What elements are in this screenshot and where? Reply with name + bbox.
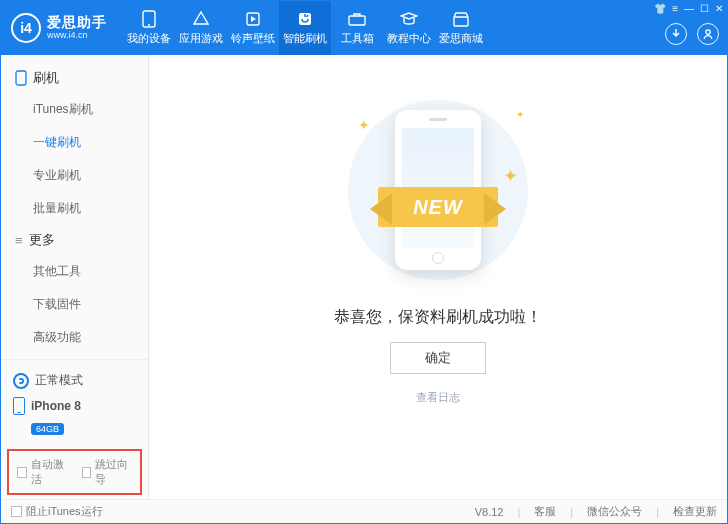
check-label: 自动激活: [31, 457, 68, 487]
device-icon: [140, 10, 158, 28]
menu-icon[interactable]: ≡: [672, 3, 678, 14]
statusbar: 阻止iTunes运行 V8.12 | 客服 | 微信公众号 | 检查更新: [1, 499, 727, 523]
check-skip-guide[interactable]: 跳过向导: [82, 457, 133, 487]
group-title: 刷机: [33, 69, 59, 87]
sidebar: 刷机 iTunes刷机 一键刷机 专业刷机 批量刷机 ≡ 更多 其他工具 下载固…: [1, 55, 149, 499]
main-content: ✦ ✦ ✦ NEW 恭喜您，保资料刷机成功啦！ 确定 查看日志: [149, 55, 727, 499]
sidebar-group-flash[interactable]: 刷机: [1, 63, 148, 93]
sparkle-icon: ✦: [358, 117, 370, 133]
toolbox-icon: [348, 10, 366, 28]
nav-flash[interactable]: 智能刷机: [279, 1, 331, 55]
tshirt-icon[interactable]: 👕: [654, 3, 666, 14]
footer-link-wechat[interactable]: 微信公众号: [587, 504, 642, 519]
phone-icon: [15, 70, 27, 86]
ok-button[interactable]: 确定: [390, 342, 486, 374]
sidebar-item-itunes-flash[interactable]: iTunes刷机: [33, 93, 148, 126]
mode-row[interactable]: 正常模式: [11, 368, 138, 393]
ribbon-text: NEW: [378, 187, 498, 227]
checkbox-icon: [17, 467, 27, 478]
group-title: 更多: [29, 231, 55, 249]
tutorial-icon: [400, 10, 418, 28]
storage-badge: 64GB: [31, 423, 64, 435]
footer-link-support[interactable]: 客服: [534, 504, 556, 519]
checkbox-icon: [82, 467, 92, 478]
flash-icon: [296, 10, 314, 28]
check-label: 跳过向导: [95, 457, 132, 487]
svg-rect-4: [349, 16, 365, 25]
sidebar-item-batch-flash[interactable]: 批量刷机: [33, 192, 148, 225]
footer-link-update[interactable]: 检查更新: [673, 504, 717, 519]
sidebar-item-pro-flash[interactable]: 专业刷机: [33, 159, 148, 192]
check-auto-activate[interactable]: 自动激活: [17, 457, 68, 487]
nav-ringtone[interactable]: 铃声壁纸: [227, 1, 279, 55]
store-icon: [452, 10, 470, 28]
sidebar-item-advanced[interactable]: 高级功能: [33, 321, 148, 354]
nav-toolbox[interactable]: 工具箱: [331, 1, 383, 55]
logo-mark: i4: [11, 13, 41, 43]
titlebar: i4 爱思助手 www.i4.cn 我的设备 应用游戏 铃声壁纸 智能刷机: [1, 1, 727, 55]
nav-my-device[interactable]: 我的设备: [123, 1, 175, 55]
device-storage-row: 64GB: [11, 421, 138, 435]
maximize-icon[interactable]: ☐: [700, 3, 709, 14]
nav-tutorial[interactable]: 教程中心: [383, 1, 435, 55]
mode-icon: [13, 373, 29, 389]
nav-store[interactable]: 爱思商城: [435, 1, 487, 55]
download-button[interactable]: [665, 23, 687, 45]
mode-label: 正常模式: [35, 372, 83, 389]
window-controls: 👕 ≡ — ☐ ✕: [654, 3, 723, 14]
top-nav: 我的设备 应用游戏 铃声壁纸 智能刷机 工具箱 教程中心: [123, 1, 487, 55]
user-button[interactable]: [697, 23, 719, 45]
success-illustration: ✦ ✦ ✦ NEW: [328, 95, 548, 285]
checkbox-icon: [11, 506, 22, 517]
sparkle-icon: ✦: [503, 165, 518, 187]
version-label: V8.12: [475, 506, 504, 518]
check-label: 阻止iTunes运行: [26, 504, 103, 519]
nav-label: 爱思商城: [439, 31, 483, 46]
apps-icon: [192, 10, 210, 28]
sidebar-item-other-tools[interactable]: 其他工具: [33, 255, 148, 288]
device-name: iPhone 8: [31, 399, 81, 413]
sparkle-icon: ✦: [516, 109, 524, 120]
minimize-icon[interactable]: —: [684, 3, 694, 14]
separator: |: [517, 506, 520, 518]
nav-label: 应用游戏: [179, 31, 223, 46]
success-message: 恭喜您，保资料刷机成功啦！: [334, 307, 542, 328]
separator: |: [656, 506, 659, 518]
device-row[interactable]: iPhone 8: [11, 393, 138, 419]
svg-point-6: [706, 30, 710, 34]
svg-rect-5: [454, 17, 468, 26]
check-block-itunes[interactable]: 阻止iTunes运行: [11, 504, 103, 519]
highlighted-checks: 自动激活 跳过向导: [7, 449, 142, 495]
svg-rect-7: [16, 71, 26, 85]
logo-cn: 爱思助手: [47, 15, 107, 30]
close-icon[interactable]: ✕: [715, 3, 723, 14]
nav-label: 教程中心: [387, 31, 431, 46]
nav-label: 铃声壁纸: [231, 31, 275, 46]
sidebar-item-download-firmware[interactable]: 下载固件: [33, 288, 148, 321]
new-ribbon: NEW: [358, 187, 518, 231]
nav-apps[interactable]: 应用游戏: [175, 1, 227, 55]
nav-label: 工具箱: [341, 31, 374, 46]
ringtone-icon: [244, 10, 262, 28]
hamburger-icon: ≡: [15, 233, 23, 248]
logo: i4 爱思助手 www.i4.cn: [1, 1, 117, 55]
separator: |: [570, 506, 573, 518]
sidebar-item-oneclick-flash[interactable]: 一键刷机: [33, 126, 148, 159]
nav-label: 智能刷机: [283, 31, 327, 46]
svg-point-1: [148, 24, 150, 26]
logo-url: www.i4.cn: [47, 31, 107, 41]
nav-label: 我的设备: [127, 31, 171, 46]
view-log-link[interactable]: 查看日志: [416, 390, 460, 405]
sidebar-group-more[interactable]: ≡ 更多: [1, 225, 148, 255]
phone-small-icon: [13, 397, 25, 415]
